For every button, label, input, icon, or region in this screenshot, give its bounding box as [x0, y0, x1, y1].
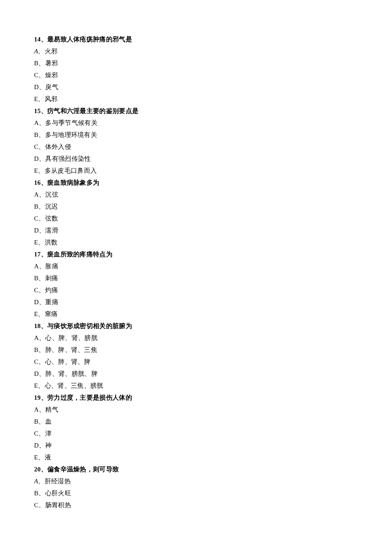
option-text: 、濡滑 [39, 227, 58, 234]
option-text: 、津 [38, 430, 52, 437]
option-letter: B [34, 203, 38, 210]
option-letter: D [34, 299, 39, 305]
question-stem: 20、偏食辛温燥热，则可导致 [34, 466, 392, 473]
question-block: 17、瘀血所致的疼痛特点为A、胀痛B、刺痛C、灼痛D、重痛E、窜痛 [34, 251, 392, 317]
option-letter: A [34, 334, 39, 341]
option: D、重痛 [34, 299, 392, 305]
option: D、肺、肾、膀胱、脾 [34, 371, 392, 377]
option: B、心肝火旺 [34, 490, 392, 497]
option-text: 、肺、脾、肾、三焦 [38, 346, 97, 353]
option: D、具有强烈传染性 [34, 156, 392, 162]
question-block: 14、最易致人体疮疡肿痛的邪气是A、火邪B、暑邪C、燥邪D、戾气E、风邪 [34, 36, 392, 102]
option: E、风邪 [34, 96, 392, 102]
option: B、血 [34, 418, 392, 425]
option-letter: C [34, 502, 38, 509]
option-text: 、血 [38, 418, 52, 425]
question-block: 18、与痰饮形成密切相关的脏腑为A、心、脾、肾、膀胱B、肺、脾、肾、三焦C、心、… [34, 323, 392, 389]
option: D、濡滑 [34, 227, 392, 234]
option-text: 、燥邪 [38, 72, 58, 78]
option-letter: D [34, 84, 39, 90]
option: A、火邪 [34, 48, 392, 55]
option: A、心、脾、肾、膀胱 [34, 335, 392, 341]
option-letter: C [34, 287, 38, 293]
option-text: 、刺痛 [38, 275, 58, 282]
option-letter: D [34, 227, 39, 234]
option-text: 、暑邪 [38, 60, 58, 67]
option-letter: A [34, 263, 39, 270]
option-text: 、多从皮毛口鼻而入 [38, 167, 97, 174]
option: E、心、肾、三焦、膀胱 [34, 383, 392, 389]
option: C、津 [34, 430, 392, 437]
option-text: 、沉迟 [38, 203, 58, 210]
option: B、暑邪 [34, 60, 392, 67]
question-number: 19 [34, 394, 41, 401]
option-letter: C [34, 215, 38, 222]
option: E、液 [34, 454, 392, 461]
option-text: 、胀痛 [39, 263, 58, 270]
question-stem-text: 、偏食辛温燥热，则可导致 [41, 466, 119, 473]
question-block: 15、疠气和六淫最主要的鉴别要点是A、多与季节气候有关B、多与地理环境有关C、体… [34, 108, 392, 174]
option-text: 、肝经湿热 [38, 478, 71, 485]
question-number: 18 [34, 323, 41, 329]
question-stem-text: 、劳力过度，主要是损伤人体的 [41, 394, 132, 401]
option-text: 、灼痛 [38, 287, 58, 293]
option: E、洪数 [34, 239, 392, 246]
question-stem-text: 、瘀血致病脉象多为 [41, 179, 100, 186]
question-stem: 14、最易致人体疮疡肿痛的邪气是 [34, 36, 392, 43]
option: B、刺痛 [34, 275, 392, 282]
option-text: 、肠胃积热 [38, 502, 71, 509]
question-stem-text: 、瘀血所致的疼痛特点为 [41, 251, 112, 258]
question-stem: 16、瘀血致病脉象多为 [34, 180, 392, 186]
question-stem: 15、疠气和六淫最主要的鉴别要点是 [34, 108, 392, 114]
option: D、神 [34, 442, 392, 449]
option-letter: D [34, 155, 39, 162]
question-block: 19、劳力过度，主要是损伤人体的A、精气B、血C、津D、神E、液 [34, 395, 392, 461]
option: A、沉弦 [34, 192, 392, 198]
option: A、精气 [34, 407, 392, 413]
option: E、多从皮毛口鼻而入 [34, 168, 392, 174]
option-text: 、液 [38, 454, 51, 461]
option-text: 、神 [39, 442, 52, 449]
option-letter: D [34, 442, 39, 449]
option-text: 、心、肾、三焦、膀胱 [38, 382, 103, 389]
question-number: 14 [34, 36, 41, 43]
option-letter: B [34, 346, 38, 353]
option-letter: D [34, 370, 39, 377]
option-letter: A [34, 191, 39, 198]
option-letter: B [34, 275, 38, 282]
option: C、体外入侵 [34, 144, 392, 150]
option-text: 、心、脾、肾、膀胱 [39, 334, 98, 341]
option-text: 、戾气 [39, 84, 58, 90]
option-text: 、肺、肾、膀胱、脾 [39, 370, 98, 377]
option-text: 、窜痛 [38, 311, 58, 317]
option-letter: B [34, 418, 38, 425]
option-letter: A [34, 406, 39, 413]
option: C、心、肺、肾、脾 [34, 359, 392, 365]
option: C、燥邪 [34, 72, 392, 78]
option-letter: A [34, 119, 39, 126]
option-text: 、精气 [39, 406, 58, 413]
question-number: 15 [34, 108, 41, 114]
option-text: 、洪数 [38, 239, 58, 246]
question-stem: 19、劳力过度，主要是损伤人体的 [34, 395, 392, 401]
question-block: 20、偏食辛温燥热，则可导致A、肝经湿热B、心肝火旺C、肠胃积热 [34, 466, 392, 509]
question-number: 17 [34, 251, 41, 258]
option: A、肝经湿热 [34, 478, 392, 485]
option-text: 、重痛 [39, 299, 58, 305]
option-letter: C [34, 143, 38, 150]
question-stem-text: 、最易致人体疮疡肿痛的邪气是 [41, 36, 132, 43]
question-stem-text: 、与痰饮形成密切相关的脏腑为 [41, 323, 132, 329]
option-letter: B [34, 490, 38, 497]
option-text: 、多与季节气候有关 [39, 119, 98, 126]
option: A、胀痛 [34, 263, 392, 270]
option-letter: C [34, 358, 38, 365]
option-text: 、心、肺、肾、脾 [38, 358, 90, 365]
question-stem: 17、瘀血所致的疼痛特点为 [34, 251, 392, 258]
option: D、戾气 [34, 84, 392, 90]
question-block: 16、瘀血致病脉象多为A、沉弦B、沉迟C、弦数D、濡滑E、洪数 [34, 180, 392, 246]
option-text: 、具有强烈传染性 [39, 155, 91, 162]
option-text: 、风邪 [38, 96, 58, 102]
option-text: 、多与地理环境有关 [38, 131, 97, 138]
question-stem-text: 、疠气和六淫最主要的鉴别要点是 [41, 108, 139, 114]
option-text: 、沉弦 [39, 191, 58, 198]
